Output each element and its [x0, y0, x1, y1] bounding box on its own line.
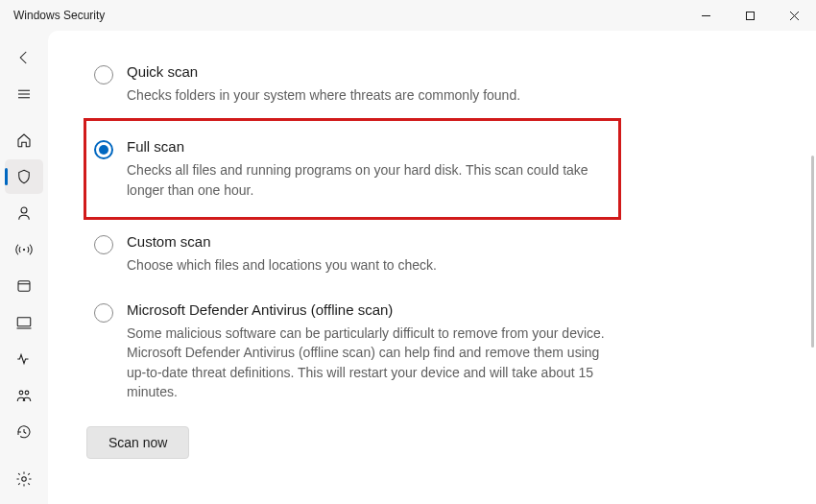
radio-quick[interactable]: [94, 65, 113, 84]
nav-firewall[interactable]: [5, 232, 43, 267]
custom-desc: Choose which files and locations you wan…: [127, 255, 616, 275]
window-controls: [684, 0, 816, 31]
quick-desc: Checks folders in your system where thre…: [127, 85, 616, 105]
nav-home[interactable]: [5, 123, 43, 157]
scan-now-button[interactable]: Scan now: [86, 426, 189, 459]
nav-account-protection[interactable]: [5, 196, 43, 230]
nav-app-browser-control[interactable]: [5, 269, 43, 303]
nav-family-options[interactable]: [5, 378, 43, 413]
maximize-button[interactable]: [728, 0, 772, 31]
nav-virus-protection[interactable]: [5, 159, 43, 194]
svg-point-15: [22, 477, 27, 482]
nav-settings[interactable]: [5, 462, 43, 496]
offline-title: Microsoft Defender Antivirus (offline sc…: [127, 301, 616, 318]
custom-title: Custom scan: [127, 233, 616, 250]
svg-point-7: [21, 207, 27, 213]
full-title: Full scan: [127, 138, 611, 155]
quick-title: Quick scan: [127, 63, 616, 80]
svg-point-8: [23, 249, 25, 251]
svg-point-14: [25, 391, 29, 395]
svg-rect-11: [17, 318, 31, 326]
content-area: Quick scan Checks folders in your system…: [48, 31, 816, 504]
nav-device-performance[interactable]: [5, 342, 43, 376]
svg-rect-9: [18, 281, 30, 292]
scan-option-full[interactable]: Full scan Checks all files and running p…: [84, 118, 621, 220]
window-title: Windows Security: [13, 9, 105, 22]
back-button[interactable]: [5, 40, 43, 75]
nav-protection-history[interactable]: [5, 415, 43, 449]
menu-button[interactable]: [5, 77, 43, 111]
full-desc: Checks all files and running programs on…: [127, 160, 611, 200]
titlebar: Windows Security: [0, 0, 816, 31]
svg-point-13: [19, 391, 23, 395]
radio-full[interactable]: [94, 140, 113, 159]
svg-rect-1: [746, 12, 754, 19]
nav-device-security[interactable]: [5, 305, 43, 340]
scan-option-offline[interactable]: Microsoft Defender Antivirus (offline sc…: [86, 288, 624, 415]
radio-custom[interactable]: [94, 235, 113, 254]
scan-option-quick[interactable]: Quick scan Checks folders in your system…: [86, 50, 624, 118]
scrollbar-thumb[interactable]: [811, 156, 814, 348]
sidebar: [0, 31, 48, 504]
minimize-button[interactable]: [684, 0, 728, 31]
scan-option-custom[interactable]: Custom scan Choose which files and locat…: [86, 220, 624, 288]
close-button[interactable]: [772, 0, 816, 31]
radio-offline[interactable]: [94, 303, 113, 323]
offline-desc: Some malicious software can be particula…: [127, 324, 616, 401]
